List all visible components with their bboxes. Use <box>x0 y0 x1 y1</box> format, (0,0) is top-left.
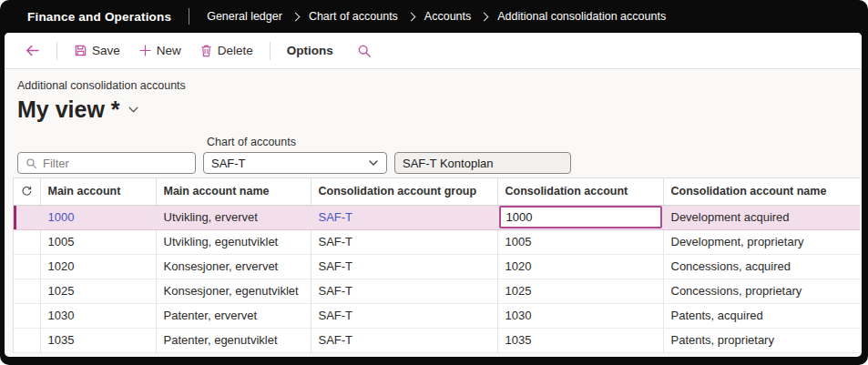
page-title: My view * <box>17 95 120 124</box>
save-icon <box>74 44 87 57</box>
options-menu-button[interactable]: Options <box>280 40 341 61</box>
top-nav-bar: Finance and Operations General ledger Ch… <box>0 0 868 33</box>
cell-main-account[interactable]: 1030 <box>40 303 156 328</box>
cell-main-account-name[interactable]: Patenter, egenutviklet <box>156 328 311 352</box>
row-selector-cell[interactable] <box>14 279 40 303</box>
toolbar-search-button[interactable] <box>350 40 379 62</box>
breadcrumb-additional-consolidation-accounts[interactable]: Additional consolidation accounts <box>497 10 666 23</box>
cell-consolidation-account-group[interactable]: SAF-T <box>311 303 497 328</box>
col-header-main-account[interactable]: Main account <box>40 178 156 205</box>
breadcrumb-chart-of-accounts[interactable]: Chart of accounts <box>309 10 398 23</box>
chart-of-accounts-combobox[interactable]: SAF-T <box>203 152 387 174</box>
options-menu-label: Options <box>287 44 333 57</box>
cell-consolidation-account-name[interactable]: Patents, acquired <box>663 303 860 328</box>
cell-consolidation-account-group[interactable]: SAF-T <box>311 328 497 352</box>
row-selector-cell[interactable] <box>14 229 40 254</box>
row-selector-cell[interactable] <box>14 328 40 352</box>
cell-consolidation-account-name[interactable]: Development acquired <box>663 205 860 229</box>
action-pane: Save New Delete Options <box>5 33 862 69</box>
cell-main-account[interactable]: 1005 <box>40 229 156 254</box>
table-row[interactable]: 1035 Patenter, egenutviklet SAF-T 1035 P… <box>14 328 860 352</box>
chevron-right-icon <box>480 13 489 22</box>
back-button[interactable] <box>17 39 47 62</box>
arrow-left-icon <box>25 43 40 58</box>
row-selector-cell[interactable] <box>14 254 40 279</box>
accounts-grid: Main account Main account name Consolida… <box>13 177 860 353</box>
cell-consolidation-account-name[interactable]: Development, proprietary <box>663 229 860 254</box>
app-surface: Save New Delete Options <box>5 33 862 357</box>
consolidation-group-link[interactable]: SAF-T <box>319 210 353 224</box>
cell-consolidation-account-group[interactable]: SAF-T <box>311 254 497 279</box>
chevron-right-icon <box>291 13 300 22</box>
delete-button[interactable]: Delete <box>192 40 260 61</box>
view-selector[interactable]: My view * <box>17 95 139 124</box>
plus-icon <box>138 44 152 57</box>
search-icon <box>357 44 372 58</box>
cell-main-account-name[interactable]: Utvikling, ervervet <box>156 205 311 229</box>
consolidation-account-input[interactable] <box>499 206 662 228</box>
col-header-consolidation-account-group[interactable]: Consolidation account group <box>311 178 497 205</box>
cell-main-account-name[interactable]: Konsesjoner, ervervet <box>156 254 311 279</box>
cell-main-account-name[interactable]: Utvikling, egenutviklet <box>156 229 311 254</box>
cell-main-account-name[interactable]: Patenter, ervervet <box>156 303 311 328</box>
chart-of-accounts-value: SAF-T <box>211 157 246 170</box>
delete-button-label: Delete <box>218 44 253 57</box>
cell-main-account[interactable]: 1020 <box>40 254 156 279</box>
grid-header-row: Main account Main account name Consolida… <box>14 178 860 205</box>
breadcrumb-accounts[interactable]: Accounts <box>424 10 471 23</box>
table-row[interactable]: 1005 Utvikling, egenutviklet SAF-T 1005 … <box>14 229 860 254</box>
grid-corner-cell <box>14 178 40 205</box>
app-window: Finance and Operations General ledger Ch… <box>0 0 868 365</box>
chevron-down-icon <box>128 104 139 116</box>
col-header-consolidation-account[interactable]: Consolidation account <box>497 178 663 205</box>
filter-search-icon <box>26 157 37 169</box>
filter-input[interactable] <box>43 157 188 170</box>
cell-consolidation-account-name[interactable]: Patents, proprietary <box>663 328 860 352</box>
breadcrumb-general-ledger[interactable]: General ledger <box>207 10 282 23</box>
cell-consolidation-account[interactable]: 1020 <box>497 254 663 279</box>
cell-consolidation-account-name[interactable]: Concessions, proprietary <box>663 279 860 303</box>
nav-divider <box>189 8 189 25</box>
cell-consolidation-account[interactable] <box>497 205 663 229</box>
cell-consolidation-account-group[interactable]: SAF-T <box>311 229 497 254</box>
main-account-link[interactable]: 1000 <box>48 210 75 224</box>
new-button[interactable]: New <box>131 40 189 61</box>
filter-row: SAF-T SAF-T Kontoplan <box>17 152 859 174</box>
breadcrumb: General ledger Chart of accounts Account… <box>207 10 666 23</box>
cell-consolidation-account[interactable]: 1030 <box>497 303 663 328</box>
refresh-icon[interactable] <box>21 185 33 198</box>
col-header-main-account-name[interactable]: Main account name <box>156 178 311 205</box>
col-header-consolidation-account-name[interactable]: Consolidation account name <box>663 178 860 205</box>
toolbar-divider <box>270 42 271 60</box>
table-row[interactable]: 1000 Utvikling, ervervet SAF-T Developme… <box>14 205 860 229</box>
table-row[interactable]: 1020 Konsesjoner, ervervet SAF-T 1020 Co… <box>14 254 860 279</box>
chevron-right-icon <box>406 13 415 22</box>
new-button-label: New <box>157 44 181 57</box>
toolbar-divider <box>56 42 57 60</box>
grid-filter-field[interactable] <box>17 152 196 174</box>
cell-consolidation-account[interactable]: 1035 <box>497 328 663 352</box>
table-row[interactable]: 1030 Patenter, ervervet SAF-T 1030 Paten… <box>14 303 860 328</box>
app-title[interactable]: Finance and Operations <box>27 10 171 24</box>
chevron-down-icon <box>368 157 379 168</box>
save-button-label: Save <box>92 44 120 57</box>
cell-consolidation-account-name[interactable]: Concessions, acquired <box>663 254 860 279</box>
chart-of-accounts-name-field: SAF-T Kontoplan <box>394 152 571 174</box>
cell-consolidation-account[interactable]: 1005 <box>497 229 663 254</box>
row-selector-cell[interactable] <box>14 303 40 328</box>
save-button[interactable]: Save <box>66 40 128 61</box>
table-row[interactable]: 1025 Konsesjoner, egenutviklet SAF-T 102… <box>14 279 860 303</box>
cell-consolidation-account-group[interactable]: SAF-T <box>311 279 497 303</box>
row-selector-cell[interactable] <box>14 205 40 229</box>
page-content: Additional consolidation accounts My vie… <box>5 69 862 353</box>
cell-main-account[interactable]: 1025 <box>40 279 156 303</box>
chart-of-accounts-label: Chart of accounts <box>207 136 859 149</box>
cell-main-account[interactable]: 1035 <box>40 328 156 352</box>
cell-consolidation-account[interactable]: 1025 <box>497 279 663 303</box>
cell-main-account[interactable]: 1000 <box>40 205 156 229</box>
trash-icon <box>199 44 213 57</box>
cell-consolidation-account-group[interactable]: SAF-T <box>311 205 497 229</box>
cell-main-account-name[interactable]: Konsesjoner, egenutviklet <box>156 279 311 303</box>
page-caption: Additional consolidation accounts <box>17 78 859 93</box>
